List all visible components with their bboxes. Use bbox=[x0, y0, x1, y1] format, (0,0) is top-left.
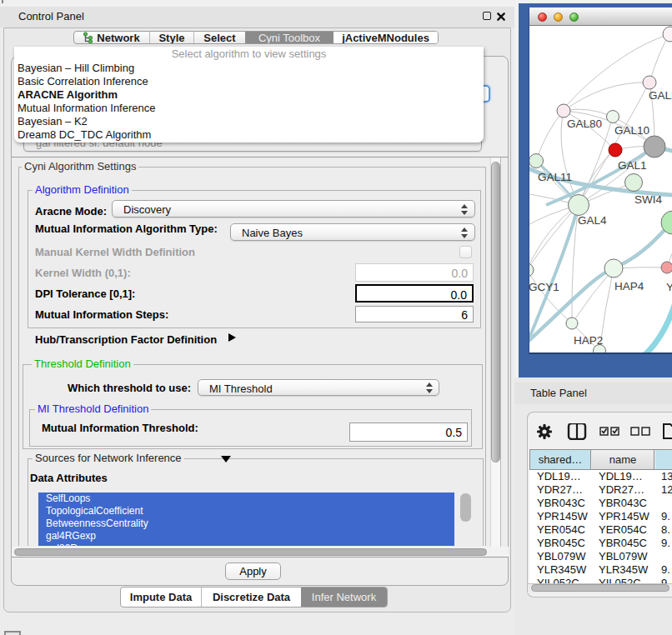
svg-text:GAL11: GAL11 bbox=[538, 171, 572, 183]
svg-text:HAP2: HAP2 bbox=[574, 334, 603, 347]
svg-text:GAL1: GAL1 bbox=[618, 159, 647, 172]
svg-text:GAL2: GAL2 bbox=[649, 89, 672, 102]
svg-text:GAL10: GAL10 bbox=[614, 124, 649, 137]
svg-text:YEL: YEL bbox=[666, 281, 672, 293]
svg-text:GCY1: GCY1 bbox=[529, 281, 559, 293]
svg-text:SWI4: SWI4 bbox=[634, 193, 662, 206]
svg-text:GAL4: GAL4 bbox=[578, 214, 607, 227]
svg-text:HAP4: HAP4 bbox=[614, 280, 644, 292]
svg-text:GAL80: GAL80 bbox=[567, 118, 602, 130]
